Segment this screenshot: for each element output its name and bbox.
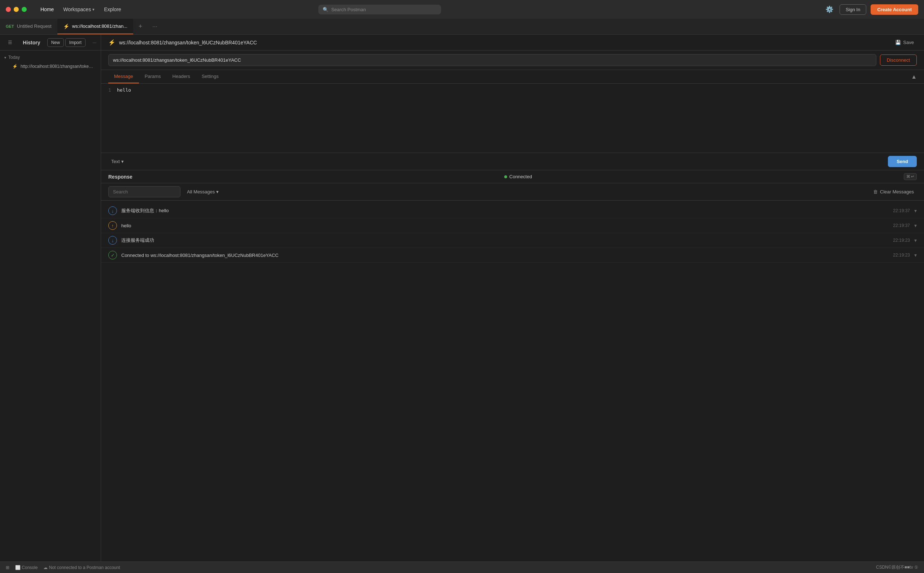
messages-filter-button[interactable]: All Messages ▾ xyxy=(184,188,222,196)
terminal-icon: ⬜ xyxy=(15,565,20,570)
search-icon: 🔍 xyxy=(323,7,329,12)
import-button[interactable]: Import xyxy=(65,38,86,47)
expand-icon[interactable]: ▾ xyxy=(914,252,917,258)
message-time: 22:19:23 xyxy=(893,238,910,243)
traffic-lights xyxy=(6,7,27,12)
message-text: hello xyxy=(121,223,889,229)
create-account-button[interactable]: Create Account xyxy=(871,4,918,15)
maximize-button[interactable] xyxy=(22,7,27,12)
sidebar-header: ☰ History New Import ··· xyxy=(0,34,101,50)
response-title: Response xyxy=(108,174,133,180)
sidebar-filter: ☰ xyxy=(4,38,16,47)
minimize-button[interactable] xyxy=(14,7,19,12)
response-header: Response Connected ⌘ ↵ xyxy=(101,170,924,183)
not-connected-label: ☁ Not connected to a Postman account xyxy=(43,565,120,570)
search-input[interactable] xyxy=(108,186,180,197)
save-label: Save xyxy=(903,40,914,45)
tab-ws[interactable]: ⚡ ws://localhost:8081/zhan... xyxy=(57,19,133,34)
tab-params[interactable]: Params xyxy=(139,70,167,83)
connected-label: Connected xyxy=(509,174,532,179)
nav-home[interactable]: Home xyxy=(37,4,57,14)
sidebar-content: ▾ Today ⚡ http://localhost:8081/zhangsan… xyxy=(0,50,101,562)
connected-status: Connected xyxy=(504,174,532,179)
chevron-down-icon: ▾ xyxy=(4,56,6,59)
message-type-icon: ↓ xyxy=(108,236,117,245)
message-textarea[interactable] xyxy=(117,87,917,149)
request-tabs: Message Params Headers Settings ▲ xyxy=(101,70,924,84)
message-time: 22:19:37 xyxy=(893,208,910,213)
nav-explore[interactable]: Explore xyxy=(100,4,125,14)
expand-icon[interactable]: ▾ xyxy=(914,222,917,229)
sidebar-more-icon[interactable]: ··· xyxy=(92,40,96,45)
message-text: 连接服务端成功 xyxy=(121,237,889,244)
chevron-down-icon: ▾ xyxy=(216,189,219,194)
websocket-icon: ⚡ xyxy=(12,64,18,69)
tab-untitled-request[interactable]: GET Untitled Request xyxy=(0,19,57,34)
tab-settings[interactable]: Settings xyxy=(196,70,224,83)
history-item-url: http://localhost:8081/zhangsan/token_l6U… xyxy=(20,64,94,69)
workspaces-chevron-icon: ▾ xyxy=(92,7,95,12)
message-editor: 1 Text ▾ Send xyxy=(101,84,924,170)
history-group-label: Today xyxy=(8,55,20,60)
trash-icon: 🗑 xyxy=(873,189,878,194)
text-type-label: Text xyxy=(111,159,120,164)
new-button[interactable]: New xyxy=(47,38,64,47)
message-type-icon: ✓ xyxy=(108,251,117,260)
websocket-icon: ⚡ xyxy=(108,39,116,46)
list-item[interactable]: ↓ 连接服务端成功 22:19:23 ▾ xyxy=(101,233,924,248)
sign-in-button[interactable]: Sign In xyxy=(839,4,866,15)
filter-label: All Messages xyxy=(187,189,215,194)
close-button[interactable] xyxy=(6,7,11,12)
nav-items: Home Workspaces ▾ Explore xyxy=(37,4,125,14)
chevron-down-icon: ▾ xyxy=(121,159,124,164)
text-type-button[interactable]: Text ▾ xyxy=(108,157,127,166)
connection-status-dot xyxy=(504,175,507,178)
request-url-display: ws://localhost:8081/zhangsan/token_l6UCz… xyxy=(119,40,889,45)
url-input[interactable] xyxy=(108,54,876,66)
settings-button[interactable]: ⚙️ xyxy=(824,4,835,15)
sidebar-title: History xyxy=(23,40,40,45)
req-tab-list: Message Params Headers Settings xyxy=(108,70,224,83)
keyboard-shortcut: ⌘ ↵ xyxy=(904,173,917,180)
console-label[interactable]: ⬜ Console xyxy=(15,565,38,570)
request-header: ⚡ ws://localhost:8081/zhangsan/token_l6U… xyxy=(101,34,924,50)
message-time: 22:19:37 xyxy=(893,223,910,228)
clear-label: Clear Messages xyxy=(880,189,914,194)
messages-list: ↓ 服务端收到信息：hello 22:19:37 ▾ ↑ hello 22:19… xyxy=(101,200,924,562)
sidebar-actions: New Import xyxy=(47,38,86,47)
send-button[interactable]: Send xyxy=(888,156,917,167)
history-group-header[interactable]: ▾ Today xyxy=(0,53,101,61)
message-text: 服务端收到信息：hello xyxy=(121,207,889,214)
filter-icon: ☰ xyxy=(8,40,12,45)
line-numbers: 1 xyxy=(108,87,111,93)
add-tab-button[interactable]: + xyxy=(133,19,148,34)
statusbar-right-text: CSDN©原创不■■tv ① xyxy=(876,565,918,570)
url-row: Disconnect xyxy=(101,50,924,70)
titlebar: Home Workspaces ▾ Explore 🔍 Search Postm… xyxy=(0,0,924,19)
collapse-icon[interactable]: ▲ xyxy=(911,74,917,80)
response-panel: Response Connected ⌘ ↵ All Messages ▾ 🗑 xyxy=(101,170,924,562)
disconnect-button[interactable]: Disconnect xyxy=(880,55,917,66)
expand-icon[interactable]: ▾ xyxy=(914,208,917,214)
nav-workspaces[interactable]: Workspaces ▾ xyxy=(60,4,98,14)
main-content: ☰ History New Import ··· ▾ Today ⚡ http:… xyxy=(0,34,924,562)
sidebar: ☰ History New Import ··· ▾ Today ⚡ http:… xyxy=(0,34,101,562)
clear-messages-button[interactable]: 🗑 Clear Messages xyxy=(870,188,917,196)
save-button[interactable]: 💾 Save xyxy=(892,38,917,47)
list-item[interactable]: ↓ 服务端收到信息：hello 22:19:37 ▾ xyxy=(101,204,924,218)
expand-icon[interactable]: ▾ xyxy=(914,238,917,243)
more-tabs-button[interactable]: ··· xyxy=(148,19,162,34)
tab-headers[interactable]: Headers xyxy=(167,70,196,83)
statusbar-left: ⊞ ⬜ Console ☁ Not connected to a Postman… xyxy=(6,565,120,570)
cloud-icon: ☁ xyxy=(43,565,48,570)
list-item[interactable]: ⚡ http://localhost:8081/zhangsan/token_l… xyxy=(2,62,99,71)
editor-footer: Text ▾ Send xyxy=(101,153,924,170)
list-item[interactable]: ✓ Connected to ws://localhost:8081/zhang… xyxy=(101,248,924,263)
message-text: Connected to ws://localhost:8081/zhangsa… xyxy=(121,252,889,258)
list-item[interactable]: ↑ hello 22:19:37 ▾ xyxy=(101,218,924,233)
layout-icon[interactable]: ⊞ xyxy=(6,565,9,570)
tab-method-label: GET xyxy=(6,24,14,28)
search-bar[interactable]: 🔍 Search Postman xyxy=(318,5,441,14)
statusbar: ⊞ ⬜ Console ☁ Not connected to a Postman… xyxy=(0,562,924,573)
tab-message[interactable]: Message xyxy=(108,70,139,83)
